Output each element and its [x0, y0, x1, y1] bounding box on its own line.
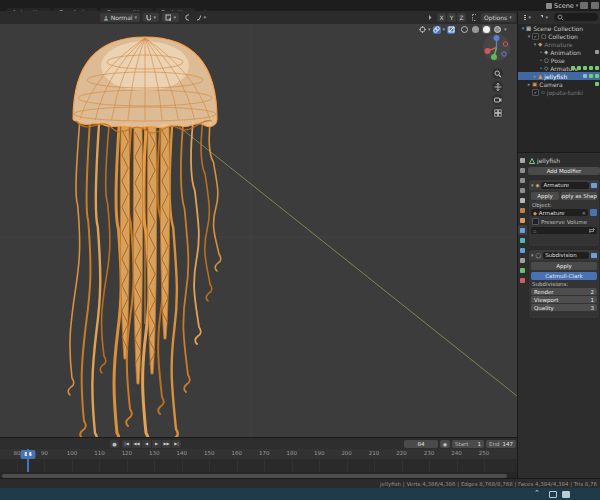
- tab-tool[interactable]: [518, 155, 527, 165]
- proportional-falloff-dropdown[interactable]: ▾: [193, 13, 209, 22]
- bone-icon[interactable]: [577, 66, 582, 71]
- viewport-stepper[interactable]: Viewport1: [531, 296, 597, 303]
- tab-material[interactable]: [518, 275, 527, 285]
- proportional-editing-toggle[interactable]: [182, 13, 192, 22]
- bone-icon[interactable]: [589, 66, 594, 71]
- gizmos-dropdown[interactable]: [418, 26, 426, 34]
- chat-app-icon[interactable]: [549, 491, 557, 498]
- expand-icon[interactable]: ▾: [531, 183, 534, 188]
- mirror-y-button[interactable]: Y: [447, 13, 456, 22]
- timeline-ruler[interactable]: 8090100110120130140150160170180190200210…: [0, 449, 517, 459]
- shading-solid-icon[interactable]: [471, 25, 480, 34]
- overlays-toggle[interactable]: [433, 26, 441, 34]
- clear-icon[interactable]: ×: [581, 210, 586, 216]
- expand-icon[interactable]: ▾: [531, 253, 534, 258]
- mirror-z-button[interactable]: Z: [457, 13, 466, 22]
- outliner-search-input[interactable]: [554, 13, 598, 21]
- jump-to-end-button[interactable]: ▶|: [172, 440, 181, 448]
- outliner-row-jopata-tunki[interactable]: ✓▫jopata-tunki: [518, 88, 600, 96]
- mirror-x-button[interactable]: X: [437, 13, 446, 22]
- zoom-button[interactable]: [492, 68, 503, 79]
- apply-button[interactable]: Apply: [531, 262, 597, 270]
- snap-target-dropdown[interactable]: ▾: [162, 13, 179, 22]
- tab-object[interactable]: [518, 215, 527, 225]
- visibility-checkbox[interactable]: ✓: [532, 89, 539, 96]
- options-dropdown[interactable]: Options ▾: [481, 13, 516, 22]
- object-field[interactable]: ◆ Armature ×: [531, 209, 588, 216]
- tab-object-data[interactable]: [518, 265, 527, 275]
- action-icon[interactable]: [595, 50, 600, 55]
- apply-button[interactable]: Apply: [531, 192, 559, 200]
- tab-physics[interactable]: [518, 245, 527, 255]
- editor-type-dropdown[interactable]: ▾: [520, 13, 534, 22]
- prev-keyframe-button[interactable]: ◀◀: [132, 440, 141, 448]
- current-frame-field[interactable]: 84: [404, 440, 438, 448]
- tab-world[interactable]: [518, 205, 527, 215]
- toggle-ortho-button[interactable]: [492, 107, 503, 118]
- navigation-gizmo[interactable]: [483, 34, 510, 61]
- subdivision-modifier-header[interactable]: ▾ ◯ Subdivision: [529, 250, 599, 260]
- xray-toggle[interactable]: [447, 26, 455, 34]
- camera-data-icon[interactable]: [595, 82, 600, 87]
- next-keyframe-button[interactable]: ▶▶: [162, 440, 171, 448]
- tab-constraints[interactable]: [518, 255, 527, 265]
- camera-view-button[interactable]: [492, 94, 503, 105]
- quality-stepper[interactable]: Quality3: [531, 304, 597, 311]
- 3d-viewport[interactable]: ▾ ▾ ▾: [0, 24, 517, 437]
- pan-button[interactable]: [492, 81, 503, 92]
- tab-scene[interactable]: [518, 195, 527, 205]
- outliner-row-scene-collection[interactable]: ▾▦Scene Collection: [518, 24, 600, 32]
- catmull-clark-button[interactable]: Catmull-Clark: [531, 272, 597, 280]
- tab-particles[interactable]: [518, 235, 527, 245]
- armature-modifier-icon[interactable]: [595, 74, 600, 79]
- render-stepper[interactable]: Render2: [531, 288, 597, 295]
- auto-keying-button[interactable]: ●: [110, 440, 119, 448]
- bone-icon[interactable]: [571, 66, 576, 71]
- outliner-row-jellyfish[interactable]: ▸▲jellyfish: [518, 72, 600, 80]
- outliner-row-pose[interactable]: •○Pose: [518, 56, 600, 64]
- new-view-layer-icon[interactable]: [591, 2, 599, 9]
- preserve-volume-checkbox[interactable]: [532, 218, 539, 225]
- end-frame-field[interactable]: End 147: [486, 440, 516, 448]
- shading-wireframe-icon[interactable]: [460, 25, 469, 34]
- outliner-row-armature[interactable]: •◇Armature: [518, 64, 600, 72]
- jump-to-start-button[interactable]: |◀: [122, 440, 131, 448]
- view-layer-icon[interactable]: [580, 2, 588, 9]
- start-frame-field[interactable]: Start 1: [452, 440, 484, 448]
- display-app-icon[interactable]: [562, 491, 570, 498]
- invert-icon[interactable]: [589, 228, 595, 233]
- snap-magnet-toggle[interactable]: ▾: [143, 13, 159, 22]
- play-button[interactable]: ▶: [152, 440, 161, 448]
- mesh-data-icon[interactable]: [589, 74, 594, 79]
- timeline[interactable]: ● |◀◀◀◀▶▶▶▶| 84 ◉ Start 1 End 147 809010…: [0, 437, 517, 479]
- tab-render[interactable]: [518, 165, 527, 175]
- play-reverse-button[interactable]: ◀: [142, 440, 151, 448]
- vertex-group-field[interactable]: ▫: [531, 227, 597, 234]
- filter-dropdown[interactable]: ▾: [537, 13, 551, 22]
- tab-view-layer[interactable]: [518, 185, 527, 195]
- armature-modifier-header[interactable]: ▾ ◆ Armature: [529, 180, 599, 190]
- keying-set-button[interactable]: ◉: [440, 440, 450, 448]
- bind-checkbox[interactable]: [590, 209, 597, 216]
- playhead[interactable]: [27, 449, 29, 472]
- modifier-name-field[interactable]: Armature: [541, 182, 589, 189]
- timeline-channels[interactable]: [0, 459, 517, 472]
- apply-as-shape-button[interactable]: Apply as Shape: [561, 192, 597, 200]
- outliner-row-armature[interactable]: ▾◆Armature: [518, 40, 600, 48]
- modifier-name-field[interactable]: Subdivision: [543, 252, 589, 259]
- scene-selector[interactable]: Scene ▾: [546, 1, 578, 10]
- outliner-row-animation[interactable]: •◈Animation: [518, 48, 600, 56]
- shading-rendered-icon[interactable]: [493, 25, 502, 34]
- shading-material-icon[interactable]: [482, 25, 491, 34]
- tab-output[interactable]: [518, 175, 527, 185]
- tray-expand-icon[interactable]: ⌃: [534, 489, 540, 497]
- bone-icon[interactable]: [583, 66, 588, 71]
- snap-region-icon[interactable]: [469, 13, 479, 22]
- outliner-row-camera[interactable]: ▸▣Camera: [518, 80, 600, 88]
- bone-icon[interactable]: [595, 66, 600, 71]
- scrollbar-thumb[interactable]: [2, 474, 507, 478]
- render-toggle-camera-icon[interactable]: [591, 253, 597, 258]
- transform-orientation-dropdown[interactable]: Normal ▾: [100, 13, 140, 22]
- tab-modifiers[interactable]: [518, 225, 527, 235]
- outliner-row-collection[interactable]: ▾✓▢Collection: [518, 32, 600, 40]
